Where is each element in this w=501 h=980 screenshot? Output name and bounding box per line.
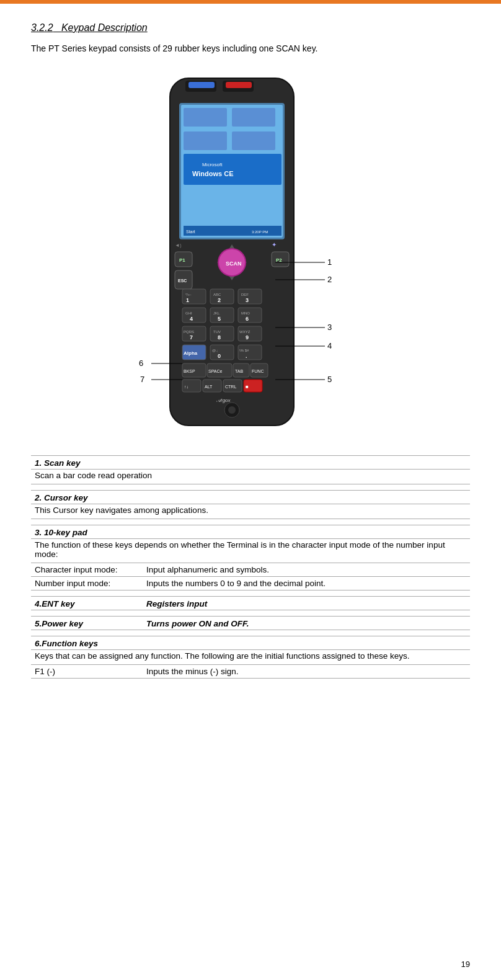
svg-rect-40 (182, 308, 206, 323)
svg-text:3: 3 (246, 297, 249, 303)
svg-rect-46 (238, 308, 262, 323)
desc-sub-3b-label: Number input mode: (31, 577, 143, 590)
svg-text:𝒜rgox: 𝒜rgox (216, 398, 231, 403)
svg-text:TAB: TAB (235, 369, 243, 373)
svg-text:SCAN: SCAN (226, 261, 242, 267)
desc-title-3: 3. 10-key pad (31, 525, 470, 539)
svg-text:.: . (246, 353, 247, 359)
svg-rect-63 (238, 345, 262, 360)
svg-text:ALT: ALT (205, 385, 213, 389)
svg-text:*/+-: */+- (185, 293, 192, 296)
svg-text:1: 1 (186, 297, 189, 303)
svg-text:■: ■ (246, 384, 249, 390)
svg-text:✦: ✦ (272, 241, 277, 248)
device-svg: Microsoft Windows CE Start 3:20P PM P1 P… (133, 72, 331, 432)
desc-text-3: The function of these keys depends on wh… (31, 539, 470, 563)
desc-text-1: Scan a bar code read operation (31, 470, 470, 484)
desc-title-5: 5.Power key (31, 617, 143, 630)
desc-sub-6a: F1 (-) Inputs the minus (-) sign. (31, 665, 470, 679)
desc-text-6: Keys that can be assigned any function. … (31, 650, 470, 665)
svg-rect-11 (184, 154, 282, 185)
svg-text:WXYZ: WXYZ (239, 330, 250, 334)
desc-sub-3a: Character input mode: Input alphanumeric… (31, 563, 470, 577)
svg-rect-37 (238, 289, 262, 304)
desc-text-5: Turns power ON and OFF. (143, 617, 470, 630)
desc-body-3: The function of these keys depends on wh… (31, 539, 470, 563)
desc-body-2: This Cursor key navigates among applicat… (31, 504, 470, 519)
svg-text:Alpha: Alpha (184, 350, 198, 356)
svg-rect-9 (184, 131, 227, 150)
desc-title-1: 1. Scan key (31, 456, 470, 470)
svg-text:ESC: ESC (178, 278, 187, 283)
svg-rect-8 (232, 108, 275, 127)
page-number: 19 (461, 960, 470, 969)
svg-text:Windows CE: Windows CE (192, 170, 234, 177)
svg-rect-7 (184, 108, 227, 127)
section-title: 3.2.2 Keypad Description (31, 22, 470, 33)
desc-sub-3a-value: Input alphanumeric and symbols. (143, 563, 470, 577)
desc-title-4: 4.ENT key (31, 597, 143, 610)
svg-text:ABC: ABC (213, 293, 221, 296)
svg-rect-55 (238, 326, 262, 341)
svg-text:DEF: DEF (241, 293, 249, 296)
svg-text:Microsoft: Microsoft (202, 162, 223, 167)
desc-title-2: 2. Cursor key (31, 491, 470, 504)
svg-rect-43 (210, 308, 234, 323)
svg-text:TUV: TUV (213, 330, 221, 334)
svg-text:FUNC: FUNC (252, 369, 264, 373)
svg-text:Start: Start (186, 229, 195, 234)
desc-text-2: This Cursor key navigates among applicat… (31, 504, 470, 519)
svg-text:BKSP: BKSP (184, 369, 195, 373)
svg-text:P2: P2 (276, 257, 282, 263)
desc-sub-3b-value: Inputs the numbers 0 to 9 and the decima… (143, 577, 470, 590)
svg-text:4: 4 (190, 316, 193, 322)
svg-text:7: 7 (190, 334, 193, 341)
section-heading: Keypad Description (61, 22, 148, 33)
section-number: 3.2.2 (31, 22, 53, 33)
svg-text:5: 5 (218, 316, 221, 322)
svg-text:◄): ◄) (175, 243, 182, 248)
desc-header-2: 2. Cursor key (31, 491, 470, 504)
svg-text:@.;: @.; (212, 349, 218, 352)
svg-rect-4 (226, 82, 252, 88)
desc-header-1: 1. Scan key (31, 456, 470, 470)
svg-rect-60 (210, 345, 234, 360)
svg-text:9: 9 (246, 334, 249, 341)
desc-body-6: Keys that can be assigned any function. … (31, 650, 470, 665)
desc-text-4: Registers input (143, 597, 470, 610)
svg-text:↑↓: ↑↓ (184, 385, 188, 389)
svg-text:MNO: MNO (241, 311, 250, 315)
desc-header-4: 4.ENT key Registers input (31, 597, 470, 610)
svg-text:2: 2 (218, 297, 221, 303)
svg-text:SPACe: SPACe (208, 369, 223, 373)
svg-rect-49 (182, 326, 206, 341)
svg-text:CTRL: CTRL (225, 385, 236, 389)
svg-text:6: 6 (246, 316, 249, 322)
intro-paragraph: The PT Series keypad consists of 29 rubb… (31, 43, 470, 53)
svg-text:JKL: JKL (213, 311, 220, 315)
svg-text:0: 0 (218, 353, 221, 359)
svg-text:P1: P1 (179, 257, 185, 263)
descriptions-table: 1. Scan key Scan a bar code read operati… (31, 455, 470, 679)
desc-body-1: Scan a bar code read operation (31, 470, 470, 484)
desc-sub-6a-value: Inputs the minus (-) sign. (143, 665, 470, 679)
svg-text:GHI: GHI (185, 311, 192, 315)
svg-text:3:20P PM: 3:20P PM (252, 230, 268, 234)
desc-title-6: 6.Function keys (31, 636, 470, 650)
svg-text:PQRS: PQRS (184, 330, 194, 334)
svg-text:\% $#: \% $# (239, 349, 249, 352)
svg-rect-52 (210, 326, 234, 341)
desc-header-6: 6.Function keys (31, 636, 470, 650)
device-image-section: Microsoft Windows CE Start 3:20P PM P1 P… (31, 66, 470, 450)
desc-sub-6a-label: F1 (-) (31, 665, 143, 679)
svg-rect-3 (188, 82, 215, 88)
desc-header-3: 3. 10-key pad (31, 525, 470, 539)
desc-sub-3b: Number input mode: Inputs the numbers 0 … (31, 577, 470, 590)
desc-header-5: 5.Power key Turns power ON and OFF. (31, 617, 470, 630)
svg-rect-34 (210, 289, 234, 304)
svg-rect-10 (232, 131, 275, 150)
page-content: 3.2.2 Keypad Description The PT Series k… (0, 4, 501, 703)
svg-point-83 (228, 406, 236, 414)
desc-sub-3a-label: Character input mode: (31, 563, 143, 577)
svg-text:8: 8 (218, 334, 221, 341)
